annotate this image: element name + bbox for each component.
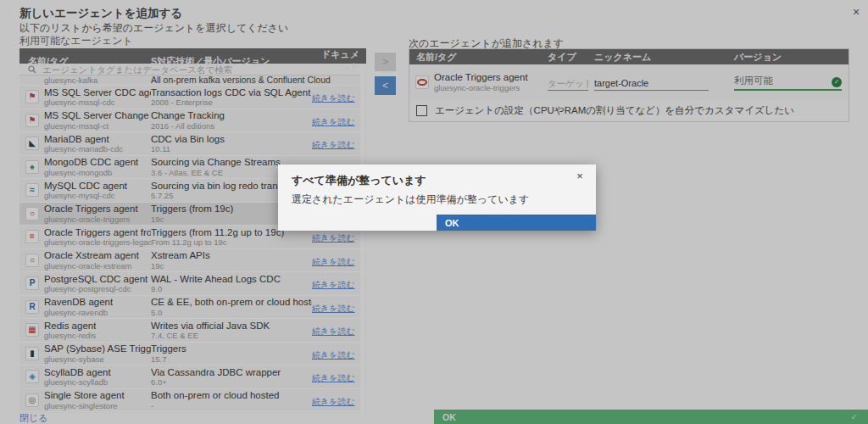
dialog-close-icon[interactable]: × xyxy=(572,168,587,183)
dialog-title: すべて準備が整っています xyxy=(292,173,426,188)
dialog-body: 選定されたエージェントは使用準備が整っています xyxy=(292,192,529,207)
ready-dialog: すべて準備が整っています × 選定されたエージェントは使用準備が整っています O… xyxy=(278,165,596,231)
dialog-ok-button[interactable]: OK xyxy=(437,215,596,231)
add-agent-window: 新しいエージェントを追加する × 以下のリストから希望のエージェントを選択してく… xyxy=(0,0,868,424)
